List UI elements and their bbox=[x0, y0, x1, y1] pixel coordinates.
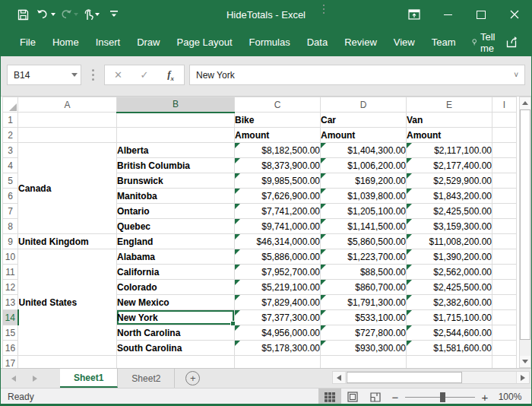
cell-C11[interactable]: $7,952,700.00 bbox=[235, 265, 321, 280]
cell-B11[interactable]: California bbox=[117, 265, 235, 280]
row-header-2[interactable]: 2 bbox=[3, 128, 18, 143]
cell-D2[interactable]: Amount bbox=[321, 128, 407, 143]
cell-a1[interactable] bbox=[18, 113, 117, 128]
cancel-icon[interactable]: ✕ bbox=[105, 69, 131, 81]
cell-D14[interactable]: $533,100.00 bbox=[321, 310, 407, 325]
column-header-e[interactable]: E bbox=[407, 97, 492, 113]
cell-E8[interactable]: $3,159,300.00 bbox=[407, 219, 492, 234]
cell-E12[interactable]: $2,425,500.00 bbox=[407, 280, 492, 295]
row-header-5[interactable]: 5 bbox=[3, 173, 18, 189]
column-header-d[interactable]: D bbox=[321, 97, 407, 113]
touch-mode-icon[interactable] bbox=[81, 5, 101, 24]
cell-C9[interactable]: $46,314,000.00 bbox=[235, 234, 321, 249]
scroll-left-icon[interactable] bbox=[333, 372, 346, 383]
zoom-in-icon[interactable]: + bbox=[477, 391, 493, 404]
scroll-up-icon[interactable] bbox=[520, 97, 530, 109]
cell-B6[interactable]: Manitoba bbox=[117, 189, 235, 204]
zoom-slider[interactable] bbox=[405, 397, 475, 398]
cell-C15[interactable]: $4,956,000.00 bbox=[235, 325, 321, 341]
cell-C2[interactable]: Amount bbox=[235, 128, 321, 143]
zoom-out-icon[interactable]: − bbox=[387, 391, 404, 404]
previous-sheet-icon[interactable] bbox=[11, 376, 16, 382]
cell-D12[interactable]: $860,700.00 bbox=[321, 280, 407, 295]
zoom-slider-thumb[interactable] bbox=[440, 392, 445, 402]
ribbon-tab-data[interactable]: Data bbox=[299, 32, 336, 52]
row-header-3[interactable]: 3 bbox=[3, 143, 18, 158]
cell-E11[interactable]: $2,562,000.00 bbox=[407, 265, 492, 280]
name-box-input[interactable] bbox=[8, 69, 64, 81]
cell-i12[interactable] bbox=[492, 280, 517, 295]
cell-D6[interactable]: $1,039,800.00 bbox=[321, 189, 407, 204]
new-sheet-button[interactable]: + bbox=[185, 369, 200, 388]
cell-C7[interactable]: $7,741,200.00 bbox=[235, 204, 321, 219]
close-button[interactable] bbox=[498, 1, 531, 28]
cell-C4[interactable]: $8,373,900.00 bbox=[235, 158, 321, 173]
scroll-right-icon[interactable] bbox=[516, 372, 529, 383]
column-header-a[interactable]: A bbox=[18, 97, 117, 113]
cell-E7[interactable]: $2,425,500.00 bbox=[407, 204, 492, 219]
cell-i1[interactable] bbox=[492, 113, 517, 128]
formula-input[interactable] bbox=[190, 69, 514, 81]
ribbon-tab-team[interactable]: Team bbox=[423, 32, 464, 52]
ribbon-tab-formulas[interactable]: Formulas bbox=[241, 32, 299, 52]
cell-b2[interactable] bbox=[117, 128, 235, 143]
row-header-16[interactable]: 16 bbox=[3, 341, 18, 356]
cell-E10[interactable]: $1,390,200.00 bbox=[407, 249, 492, 265]
cell-E9[interactable]: $11,008,200.00 bbox=[407, 234, 492, 249]
row-header-15[interactable]: 15 bbox=[3, 325, 18, 341]
cell-C13[interactable]: $7,829,400.00 bbox=[235, 295, 321, 310]
cell-B7[interactable]: Ontario bbox=[117, 204, 235, 219]
row-header-6[interactable]: 6 bbox=[3, 189, 18, 204]
cell-i3[interactable] bbox=[492, 143, 517, 158]
cell-D8[interactable]: $1,141,500.00 bbox=[321, 219, 407, 234]
vertical-scrollbar-thumb[interactable] bbox=[520, 109, 530, 340]
column-header-c[interactable]: C bbox=[235, 97, 321, 113]
cell-D16[interactable]: $930,300.00 bbox=[321, 341, 407, 356]
undo-dropdown-icon[interactable] bbox=[51, 13, 55, 16]
cell-D1[interactable]: Car bbox=[321, 113, 407, 128]
ribbon-tab-file[interactable]: File bbox=[11, 32, 44, 52]
horizontal-scrollbar-thumb[interactable] bbox=[347, 372, 462, 383]
cell-i8[interactable] bbox=[492, 219, 517, 234]
formula-bar-splitter[interactable] bbox=[92, 69, 94, 83]
insert-function-icon[interactable]: fx bbox=[157, 68, 184, 82]
enter-icon[interactable]: ✓ bbox=[131, 69, 158, 81]
cell-E3[interactable]: $2,117,100.00 bbox=[407, 143, 492, 158]
minimize-button[interactable] bbox=[431, 1, 464, 28]
cell-E15[interactable]: $2,544,600.00 bbox=[407, 325, 492, 341]
cell-i13[interactable] bbox=[492, 295, 517, 310]
cell-D4[interactable]: $1,006,200.00 bbox=[321, 158, 407, 173]
cell-B4[interactable]: British Columbia bbox=[117, 158, 235, 173]
ribbon-tab-home[interactable]: Home bbox=[44, 32, 87, 52]
cell-i15[interactable] bbox=[492, 325, 517, 341]
zoom-level[interactable]: 100% bbox=[493, 392, 531, 402]
cell-D5[interactable]: $169,200.00 bbox=[321, 173, 407, 189]
sheet-tab-sheet1[interactable]: Sheet1 bbox=[60, 369, 118, 388]
cell-D10[interactable]: $1,223,700.00 bbox=[321, 249, 407, 265]
cell-b1[interactable] bbox=[117, 113, 235, 128]
name-box[interactable] bbox=[7, 65, 81, 85]
cell-C5[interactable]: $9,985,500.00 bbox=[235, 173, 321, 189]
cell-E5[interactable]: $2,529,900.00 bbox=[407, 173, 492, 189]
row-header-7[interactable]: 7 bbox=[3, 204, 18, 219]
scroll-down-icon[interactable] bbox=[520, 356, 530, 367]
cell-B14[interactable]: New York bbox=[117, 310, 235, 325]
cell-A10[interactable]: United States bbox=[18, 249, 117, 356]
next-sheet-icon[interactable] bbox=[33, 376, 37, 382]
cell-E1[interactable]: Van bbox=[407, 113, 492, 128]
sheet-tab-sheet2[interactable]: Sheet2 bbox=[118, 369, 175, 388]
plus-icon[interactable]: + bbox=[185, 371, 200, 385]
cell-B13[interactable]: New Mexico bbox=[117, 295, 235, 310]
cell-C10[interactable]: $5,886,000.00 bbox=[235, 249, 321, 265]
cell-i11[interactable] bbox=[492, 265, 517, 280]
ribbon-display-options-icon[interactable] bbox=[397, 1, 431, 28]
cell-i14[interactable] bbox=[492, 310, 517, 325]
cell-C16[interactable]: $5,178,300.00 bbox=[235, 341, 321, 356]
cell-C1[interactable]: Bike bbox=[235, 113, 321, 128]
cell-C14[interactable]: $7,377,300.00 bbox=[235, 310, 321, 325]
column-header-b[interactable]: B bbox=[117, 97, 235, 113]
page-break-preview-icon[interactable] bbox=[364, 389, 387, 405]
ribbon-tab-page-layout[interactable]: Page Layout bbox=[169, 32, 241, 52]
cell-i7[interactable] bbox=[492, 204, 517, 219]
cell-i16[interactable] bbox=[492, 341, 517, 356]
